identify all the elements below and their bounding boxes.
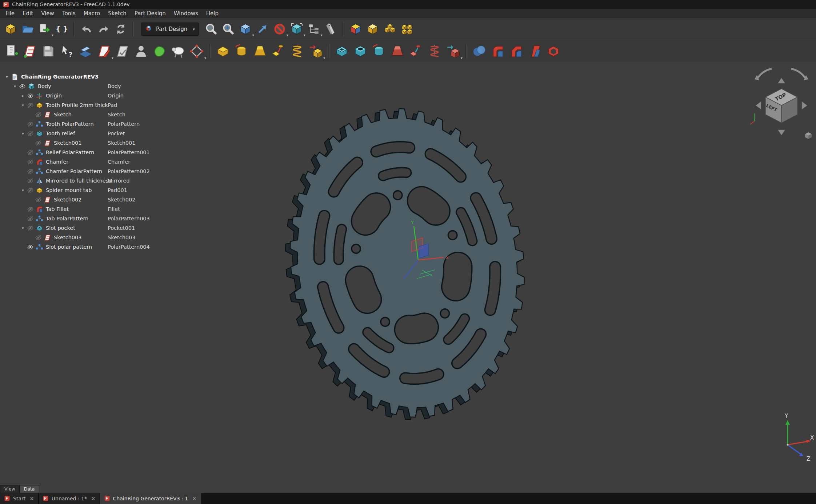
visibility-eye-off-icon[interactable] (27, 149, 36, 156)
toolbar-button-open-document[interactable] (19, 21, 36, 37)
rotate-right-icon[interactable] (791, 69, 805, 78)
nav-arrow-right-icon[interactable] (802, 101, 807, 109)
visibility-eye-off-icon[interactable] (27, 102, 36, 109)
close-icon[interactable]: × (28, 495, 34, 502)
toolbar-button-chamfer[interactable] (507, 42, 525, 60)
rotate-left-icon[interactable] (758, 69, 772, 78)
viewport-3d[interactable]: Yx ▾ChainRing GeneratorREV3▾BodyBody▸Ori… (0, 62, 816, 493)
menu-help[interactable]: Help (202, 9, 223, 17)
toolbar-button-appearance[interactable] (347, 21, 364, 37)
toolbar-button-pad[interactable] (214, 42, 232, 60)
toolbar-button-create-body[interactable] (2, 42, 20, 60)
tree-item-polarpattern[interactable]: Tooth PolarPatternPolarPattern (0, 119, 225, 129)
visibility-eye-icon[interactable] (19, 83, 28, 90)
visibility-eye-icon[interactable] (27, 92, 36, 99)
toolbar-button-view-isometric[interactable]: ▾ (237, 21, 254, 37)
tree-expander-icon[interactable]: ▾ (19, 226, 27, 231)
tree-expander-icon[interactable]: ▸ (19, 93, 27, 98)
visibility-eye-off-icon[interactable] (27, 206, 36, 213)
visibility-eye-off-icon[interactable] (35, 111, 44, 118)
toolbar-button-random-color[interactable] (364, 21, 381, 37)
toolbar-button-subtractive-loft[interactable] (388, 42, 407, 60)
mini-cube-icon[interactable] (805, 132, 812, 139)
toolbar-button-export[interactable]: ▾ (36, 21, 53, 37)
toolbar-button-fit-all[interactable] (203, 21, 220, 37)
tree-item-polarpattern004[interactable]: Slot polar patternPolarPattern004 (0, 242, 225, 252)
tree-item-chainring-generatorrev3[interactable]: ▾ChainRing GeneratorREV3 (0, 72, 225, 81)
toolbar-button-create-sketch[interactable] (21, 42, 39, 60)
toolbar-button-fit-selection[interactable] (220, 21, 237, 37)
visibility-eye-off-icon[interactable] (27, 177, 36, 184)
document-tab-doc1[interactable]: Unnamed : 1*× (39, 493, 100, 504)
toolbar-button-new-document[interactable] (2, 21, 19, 37)
tree-expander-icon[interactable]: ▾ (19, 131, 27, 136)
toolbar-button-box-selection[interactable]: ▾ (288, 21, 305, 37)
toolbar-button-revolution[interactable] (232, 42, 251, 60)
toolbar-button-additive-pipe[interactable] (269, 42, 288, 60)
toolbar-button-whats-this[interactable]: ? (58, 42, 76, 60)
visibility-eye-off-icon[interactable] (27, 121, 36, 128)
tree-item-pad001[interactable]: ▾Spider mount tabPad001 (0, 185, 225, 195)
toolbar-button-additive-primitive[interactable]: ▾ (307, 42, 325, 60)
visibility-eye-off-icon[interactable] (27, 215, 36, 222)
workbench-selector[interactable]: Part Design▾ (141, 23, 199, 36)
toolbar-button-groove[interactable] (370, 42, 388, 60)
menu-edit[interactable]: Edit (19, 9, 37, 17)
nav-arrow-up-icon[interactable] (778, 78, 785, 83)
visibility-eye-off-icon[interactable] (35, 234, 44, 241)
menu-tools[interactable]: Tools (58, 9, 80, 17)
toolbar-button-tree-view-options[interactable]: ▾ (305, 21, 322, 37)
tree-item-sketch001[interactable]: Sketch001Sketch001 (0, 138, 225, 148)
toolbar-button-fillet[interactable] (489, 42, 507, 60)
toolbar-button-undo[interactable] (78, 21, 95, 37)
toolbar-button-check-geometry[interactable] (132, 42, 150, 60)
visibility-eye-off-icon[interactable] (27, 159, 36, 165)
tree-item-sketch003[interactable]: Sketch003Sketch003 (0, 233, 225, 242)
nav-arrow-down-icon[interactable] (778, 130, 785, 135)
toolbar-button-hole[interactable] (351, 42, 369, 60)
tree-item-pocket[interactable]: ▾Tooth reliefPocket (0, 129, 225, 138)
tree-item-mirrored[interactable]: Mirrored to full thicknessMirrored (0, 176, 225, 185)
toolbar-button-subtractive-helix[interactable] (425, 42, 444, 60)
toolbar-button-refresh[interactable] (112, 21, 129, 37)
tree-item-polarpattern003[interactable]: Tab PolarPatternPolarPattern003 (0, 214, 225, 223)
toolbar-button-additive-helix[interactable] (288, 42, 306, 60)
toolbar-button-subtractive-pipe[interactable] (407, 42, 425, 60)
panel-tab-view[interactable]: View (0, 485, 20, 493)
visibility-eye-off-icon[interactable] (35, 196, 44, 203)
tree-expander-icon[interactable]: ▾ (3, 75, 11, 79)
menu-windows[interactable]: Windows (170, 9, 202, 17)
menu-view[interactable]: View (37, 9, 58, 17)
tree-item-pocket001[interactable]: ▾Slot pocketPocket001 (0, 223, 225, 233)
toolbar-button-pocket[interactable] (333, 42, 351, 60)
panel-tab-data[interactable]: Data (20, 485, 39, 493)
tree-item-origin[interactable]: ▸OriginOrigin (0, 91, 225, 100)
toolbar-button-align-to-selection[interactable] (254, 21, 271, 37)
navigation-cube[interactable]: TOP LEFT (747, 63, 816, 141)
tree-item-sketch002[interactable]: Sketch002Sketch002 (0, 195, 225, 204)
toolbar-button-save[interactable] (39, 42, 57, 60)
tree-item-fillet[interactable]: Tab FilletFillet (0, 204, 225, 214)
toolbar-button-edit-sketch[interactable]: ▾ (95, 42, 113, 60)
tree-expander-icon[interactable]: ▾ (19, 188, 27, 193)
visibility-eye-off-icon[interactable] (35, 140, 44, 147)
toolbar-button-redo[interactable] (95, 21, 112, 37)
close-icon[interactable]: × (90, 495, 96, 502)
document-tab-doc2[interactable]: ChainRing GeneratorREV3 : 1× (100, 493, 201, 504)
toolbar-button-measure[interactable] (323, 21, 339, 37)
toolbar-button-clipping-plane[interactable]: ▾ (271, 21, 288, 37)
tree-item-polarpattern001[interactable]: Relief PolarPatternPolarPattern001 (0, 148, 225, 157)
visibility-eye-off-icon[interactable] (27, 130, 36, 137)
menu-macro[interactable]: Macro (80, 9, 104, 17)
toolbar-button-create-datum[interactable]: ▾ (188, 42, 206, 60)
tree-item-chamfer[interactable]: ChamferChamfer (0, 157, 225, 167)
toolbar-button-make-compound[interactable] (381, 21, 398, 37)
document-tab-start[interactable]: Start× (0, 493, 39, 504)
menu-file[interactable]: File (1, 9, 19, 17)
tree-expander-icon[interactable]: ▾ (19, 103, 27, 108)
tree-expander-icon[interactable]: ▾ (11, 84, 19, 89)
visibility-eye-off-icon[interactable] (27, 168, 36, 175)
close-icon[interactable]: × (191, 495, 197, 502)
toolbar-button-explode-compound[interactable] (399, 21, 415, 37)
tree-item-body[interactable]: ▾BodyBody (0, 81, 225, 91)
